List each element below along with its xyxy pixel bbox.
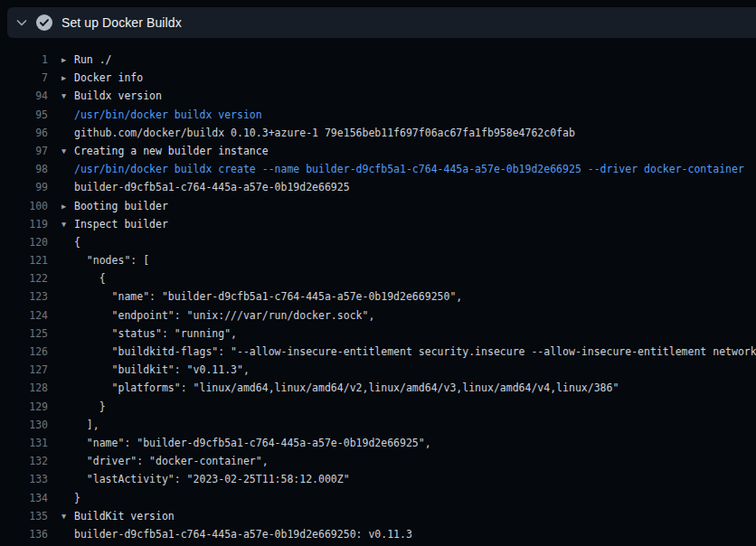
log-row: 132 "driver": "docker-container",: [0, 452, 756, 470]
group-toggle-icon: [61, 124, 74, 142]
line-number[interactable]: 1: [0, 51, 48, 69]
log-row: 1 ▶ Run ./: [0, 51, 756, 69]
group-label[interactable]: Creating a new builder instance: [74, 142, 269, 160]
log-row: 120 {: [0, 233, 756, 251]
output-text: "lastActivity": "2023-02-25T11:58:12.000…: [74, 470, 350, 488]
group-toggle-icon: [61, 178, 74, 196]
log-row: 100 ▶ Booting builder: [0, 197, 756, 215]
line-number[interactable]: 128: [0, 379, 48, 397]
output-text: "name": "builder-d9cfb5a1-c764-445a-a57e…: [74, 287, 462, 306]
log-row: 98 /usr/bin/docker buildx create --name …: [0, 160, 756, 178]
output-text: builder-d9cfb5a1-c764-445a-a57e-0b19d2e6…: [74, 525, 412, 543]
group-toggle-icon: [61, 525, 74, 543]
output-text: "buildkit": "v0.11.3",: [74, 361, 250, 379]
line-number[interactable]: 7: [0, 69, 48, 87]
log-row: 124 "endpoint": "unix:///var/run/docker.…: [0, 306, 756, 325]
line-number[interactable]: 126: [0, 343, 48, 361]
line-number[interactable]: 100: [0, 197, 48, 215]
log-row: 134 }: [0, 489, 756, 507]
group-toggle-icon[interactable]: ▼: [61, 507, 74, 525]
group-toggle-icon[interactable]: ▶: [61, 69, 74, 87]
log-row: 121 "nodes": [: [0, 251, 756, 269]
line-number[interactable]: 127: [0, 361, 48, 379]
output-text: "driver": "docker-container",: [74, 452, 269, 470]
line-number[interactable]: 125: [0, 325, 48, 343]
group-toggle-icon: [61, 106, 74, 124]
group-toggle-icon: [61, 452, 74, 470]
log-row: 133 "lastActivity": "2023-02-25T11:58:12…: [0, 470, 756, 488]
group-toggle-icon: [61, 361, 74, 379]
line-number[interactable]: 97: [0, 142, 48, 160]
log-row: 97 ▼ Creating a new builder instance: [0, 142, 756, 160]
output-text: "platforms": "linux/amd64,linux/amd64/v2…: [74, 379, 619, 397]
group-toggle-icon: [61, 306, 74, 325]
log-row: 94 ▼ Buildx version: [0, 87, 756, 105]
output-text: "name": "builder-d9cfb5a1-c764-445a-a57e…: [74, 434, 431, 452]
line-number[interactable]: 130: [0, 416, 48, 434]
output-text: }: [74, 489, 80, 507]
group-toggle-icon[interactable]: ▼: [61, 87, 74, 105]
output-text: github.com/docker/buildx 0.10.3+azure-1 …: [74, 124, 575, 142]
line-number[interactable]: 120: [0, 233, 48, 251]
log-row: 122 {: [0, 269, 756, 287]
log-row: 7 ▶ Docker info: [0, 69, 756, 87]
group-toggle-icon: [61, 287, 74, 306]
command-text: /usr/bin/docker buildx version: [74, 106, 262, 124]
group-toggle-icon: [61, 416, 74, 434]
group-label[interactable]: Inspect builder: [74, 215, 168, 233]
log-row: 135 ▼ BuildKit version: [0, 507, 756, 525]
group-toggle-icon: [61, 233, 74, 251]
output-text: "endpoint": "unix:///var/run/docker.sock…: [74, 306, 374, 325]
log-row: 123 "name": "builder-d9cfb5a1-c764-445a-…: [0, 287, 756, 306]
line-number[interactable]: 119: [0, 215, 48, 233]
line-number[interactable]: 95: [0, 106, 48, 124]
group-toggle-icon[interactable]: ▼: [61, 215, 74, 233]
group-toggle-icon: [61, 160, 74, 178]
group-label[interactable]: Run ./: [74, 51, 112, 69]
line-number[interactable]: 99: [0, 178, 48, 196]
line-number[interactable]: 136: [0, 525, 48, 543]
log-row: 119 ▼ Inspect builder: [0, 215, 756, 233]
step-title: Set up Docker Buildx: [61, 15, 182, 30]
group-toggle-icon: [61, 398, 74, 416]
chevron-down-icon[interactable]: [14, 15, 29, 30]
line-number[interactable]: 96: [0, 124, 48, 142]
line-number[interactable]: 121: [0, 251, 48, 269]
output-text: "status": "running",: [74, 325, 237, 343]
output-text: "nodes": [: [74, 251, 149, 269]
log-row: 99 builder-d9cfb5a1-c764-445a-a57e-0b19d…: [0, 178, 756, 196]
line-number[interactable]: 124: [0, 306, 48, 325]
log-row: 136 builder-d9cfb5a1-c764-445a-a57e-0b19…: [0, 525, 756, 543]
line-number[interactable]: 134: [0, 489, 48, 507]
log-row: 96 github.com/docker/buildx 0.10.3+azure…: [0, 124, 756, 142]
group-label[interactable]: Buildx version: [74, 87, 162, 105]
log-row: 127 "buildkit": "v0.11.3",: [0, 361, 756, 379]
line-number[interactable]: 132: [0, 452, 48, 470]
line-number[interactable]: 122: [0, 269, 48, 287]
group-toggle-icon[interactable]: ▼: [61, 142, 74, 160]
group-toggle-icon[interactable]: ▶: [61, 51, 74, 69]
line-number[interactable]: 135: [0, 507, 48, 525]
log-row: 126 "buildkitd-flags": "--allow-insecure…: [0, 343, 756, 361]
group-label[interactable]: Booting builder: [74, 197, 168, 215]
group-label[interactable]: BuildKit version: [74, 507, 175, 525]
check-circle-icon: [36, 14, 52, 31]
line-number[interactable]: 129: [0, 398, 48, 416]
group-toggle-icon: [61, 269, 74, 287]
line-number[interactable]: 133: [0, 470, 48, 488]
line-number[interactable]: 98: [0, 160, 48, 178]
group-toggle-icon: [61, 434, 74, 452]
line-number[interactable]: 123: [0, 287, 48, 306]
output-text: {: [74, 233, 80, 251]
output-text: }: [74, 398, 106, 416]
group-label[interactable]: Docker info: [74, 69, 143, 87]
log-row: 129 }: [0, 398, 756, 416]
group-toggle-icon: [61, 251, 74, 269]
log-row: 130 ],: [0, 416, 756, 434]
line-number[interactable]: 94: [0, 87, 48, 105]
command-text: /usr/bin/docker buildx create --name bui…: [74, 160, 744, 178]
output-text: {: [74, 269, 106, 287]
group-toggle-icon[interactable]: ▶: [61, 197, 74, 215]
line-number[interactable]: 131: [0, 434, 48, 452]
step-header[interactable]: Set up Docker Buildx: [7, 7, 756, 38]
